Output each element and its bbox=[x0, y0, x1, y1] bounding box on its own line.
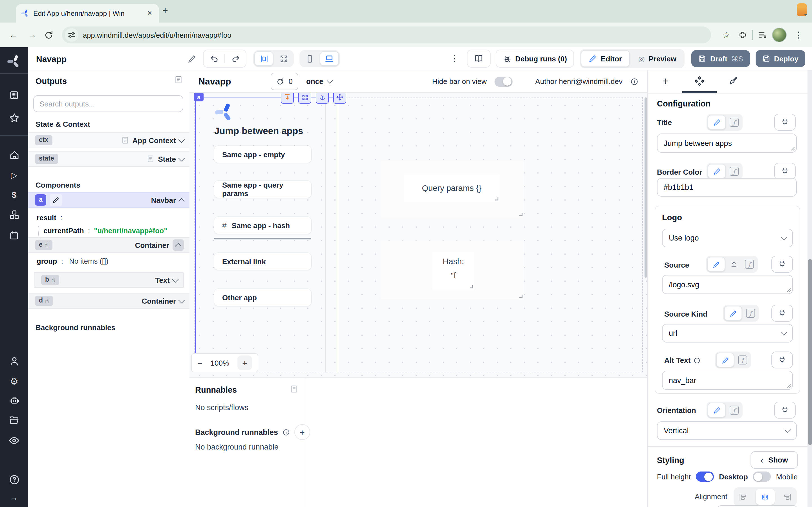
clipped-next-control[interactable] bbox=[717, 505, 798, 507]
browser-menu-icon[interactable]: ⋮ bbox=[792, 30, 805, 40]
static-input-button[interactable] bbox=[708, 115, 726, 129]
sidebar-item-folders[interactable] bbox=[0, 415, 28, 426]
chevron-up-icon[interactable] bbox=[179, 198, 185, 204]
static-input-button[interactable] bbox=[708, 403, 726, 417]
fx-input-button[interactable]: ƒ bbox=[743, 306, 758, 320]
centered-layout-button[interactable] bbox=[254, 51, 273, 66]
resize-handle-icon[interactable] bbox=[469, 284, 473, 288]
component-row-b[interactable]: b ☝ Text bbox=[34, 272, 184, 288]
navbar-component-selection[interactable] bbox=[195, 97, 338, 372]
full-height-mobile-toggle[interactable] bbox=[753, 471, 771, 482]
nav-item-same-app-query[interactable]: Same app - query params bbox=[214, 181, 311, 198]
static-input-button[interactable] bbox=[724, 306, 742, 321]
site-settings-icon[interactable] bbox=[65, 28, 79, 42]
connect-input-button[interactable] bbox=[771, 305, 793, 322]
use-logo-select[interactable]: Use logo bbox=[662, 229, 793, 247]
sidebar-item-apps[interactable] bbox=[0, 90, 28, 100]
orientation-select[interactable]: Vertical bbox=[657, 421, 797, 440]
component-row-e[interactable]: e ☝ Container bbox=[28, 237, 190, 253]
sidebar-item-home[interactable] bbox=[0, 150, 28, 161]
resize-handle-icon[interactable] bbox=[494, 196, 499, 201]
sidebar-item-audit[interactable] bbox=[0, 435, 28, 446]
align-right-button[interactable] bbox=[783, 493, 792, 501]
alt-text-input[interactable]: nav_bar bbox=[662, 371, 793, 390]
group-row[interactable]: group : No items ([]) bbox=[37, 257, 109, 265]
fx-input-button[interactable]: ƒ bbox=[727, 403, 742, 417]
source-kind-select[interactable]: url bbox=[662, 324, 793, 342]
panel-scrollbar-track[interactable] bbox=[808, 70, 812, 507]
title-input[interactable]: Jump between apps bbox=[657, 133, 797, 153]
canvas[interactable]: a ⚓ Jump between ap bbox=[190, 93, 647, 378]
currentpath-row[interactable]: currentPath : "u/henri/navapp#foo" bbox=[43, 226, 167, 235]
chevron-down-icon[interactable] bbox=[179, 136, 185, 143]
expand-component-button[interactable] bbox=[298, 93, 311, 104]
resize-handle-icon[interactable] bbox=[518, 211, 523, 216]
show-styling-button[interactable]: ‹ Show bbox=[751, 451, 798, 469]
connect-input-button[interactable] bbox=[774, 163, 796, 180]
bookmark-star-icon[interactable]: ☆ bbox=[719, 30, 733, 40]
connect-input-button[interactable] bbox=[774, 114, 796, 131]
outputs-doc-icon[interactable] bbox=[174, 75, 183, 84]
nav-item-other-app[interactable]: Other app bbox=[214, 289, 311, 306]
connect-input-button[interactable] bbox=[771, 351, 793, 369]
static-input-button[interactable] bbox=[716, 353, 734, 367]
expand-down-button[interactable] bbox=[281, 93, 294, 104]
panel-scrollbar-thumb[interactable] bbox=[808, 259, 812, 445]
reload-icon[interactable] bbox=[44, 30, 54, 40]
connect-input-button[interactable] bbox=[771, 256, 793, 273]
fx-input-button[interactable]: ƒ bbox=[727, 165, 742, 178]
query-params-container[interactable]: Query params {} bbox=[380, 161, 524, 217]
desktop-view-button[interactable] bbox=[320, 51, 339, 66]
full-height-desktop-toggle[interactable] bbox=[696, 471, 714, 482]
move-component-button[interactable] bbox=[333, 93, 346, 104]
info-icon[interactable] bbox=[283, 429, 290, 436]
sidebar-item-variables[interactable]: $ bbox=[0, 190, 28, 200]
border-color-input[interactable]: #b1b1b1 bbox=[657, 178, 797, 196]
redo-button[interactable] bbox=[225, 54, 246, 63]
profile-chip[interactable] bbox=[797, 3, 807, 16]
output-row-state[interactable]: state State bbox=[28, 151, 190, 167]
sidebar-item-workers[interactable] bbox=[0, 395, 28, 406]
sidebar-item-favorites[interactable] bbox=[0, 113, 28, 123]
component-row-d[interactable]: d ☝ Container bbox=[28, 293, 190, 309]
sidebar-item-runs[interactable]: ▷ bbox=[0, 170, 28, 180]
chevron-down-icon[interactable] bbox=[179, 297, 185, 303]
insert-component-tab[interactable]: + bbox=[663, 75, 668, 87]
fx-input-button[interactable]: ƒ bbox=[727, 115, 742, 129]
connect-input-button[interactable] bbox=[774, 402, 796, 418]
debug-runs-button[interactable]: Debug runs (0) bbox=[495, 50, 574, 68]
source-input[interactable]: /logo.svg bbox=[662, 275, 793, 294]
result-key[interactable]: result : bbox=[37, 214, 62, 222]
upload-input-button[interactable] bbox=[726, 258, 741, 271]
mobile-view-button[interactable] bbox=[301, 52, 319, 65]
fx-input-button[interactable]: ƒ bbox=[742, 258, 757, 271]
sidebar-item-resources[interactable] bbox=[0, 210, 28, 220]
run-mode-select[interactable]: once bbox=[306, 77, 333, 86]
profile-avatar[interactable] bbox=[772, 27, 786, 42]
draft-button[interactable]: Draft ⌘S bbox=[692, 50, 750, 67]
hide-bar-toggle[interactable] bbox=[495, 76, 513, 87]
rename-app-icon[interactable] bbox=[188, 54, 196, 63]
windmill-logo[interactable] bbox=[0, 54, 28, 69]
align-left-button[interactable] bbox=[739, 493, 748, 501]
sidebar-item-schedules[interactable] bbox=[0, 230, 28, 240]
undo-button[interactable] bbox=[204, 54, 225, 63]
address-bar[interactable]: app.windmill.dev/apps/edit/u/henri/navap… bbox=[62, 26, 711, 43]
media-controls-icon[interactable] bbox=[758, 31, 767, 40]
extensions-icon[interactable] bbox=[738, 31, 747, 40]
nav-item-external-link[interactable]: External link bbox=[214, 253, 311, 270]
output-row-ctx[interactable]: ctx App Context bbox=[28, 132, 190, 148]
chevron-down-icon[interactable] bbox=[172, 276, 179, 283]
nav-item-same-app-empty[interactable]: Same app - empty bbox=[214, 146, 311, 163]
canvas-scrollbar[interactable] bbox=[645, 98, 647, 278]
forward-icon[interactable]: → bbox=[26, 30, 39, 40]
fullwidth-layout-button[interactable] bbox=[274, 52, 293, 65]
deploy-button[interactable]: Deploy bbox=[755, 50, 805, 67]
add-background-runnable-button[interactable]: + bbox=[294, 424, 310, 440]
anchor-button[interactable]: ⚓ bbox=[316, 93, 329, 104]
docs-button[interactable] bbox=[467, 50, 490, 68]
tab-close-icon[interactable]: ✕ bbox=[146, 8, 154, 18]
align-center-button[interactable] bbox=[756, 489, 775, 505]
static-input-button[interactable] bbox=[708, 164, 726, 179]
hash-text-component[interactable]: Hash: "f bbox=[433, 252, 474, 290]
